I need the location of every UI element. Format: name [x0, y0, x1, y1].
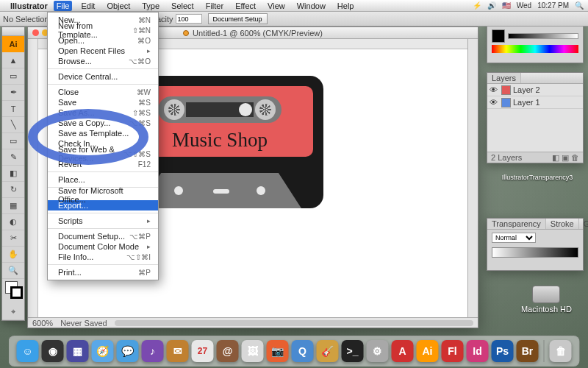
menu-type[interactable]: Type	[139, 1, 162, 11]
dock-addressbook-icon[interactable]: @	[217, 340, 239, 362]
dock-mail-icon[interactable]: ✉	[167, 340, 189, 362]
dock-trash-icon[interactable]: 🗑	[550, 340, 572, 362]
visibility-toggle-icon[interactable]: 👁	[487, 98, 499, 107]
delete-layer-icon[interactable]: 🗑	[571, 153, 579, 162]
type-tool[interactable]: T	[2, 101, 24, 117]
app-name-label[interactable]: Illustrator	[10, 1, 48, 10]
pencil-tool[interactable]: ✎	[2, 149, 24, 166]
dock-flash-icon[interactable]: Fl	[442, 340, 464, 362]
menu-file[interactable]: File	[54, 1, 73, 11]
toolbox-header[interactable]	[2, 27, 24, 36]
file-menu-item[interactable]: Save as Template...	[48, 128, 158, 138]
blend-mode-select[interactable]: Normal	[492, 233, 536, 243]
vertical-scrollbar[interactable]	[467, 39, 478, 317]
pen-tool[interactable]: ✒	[2, 85, 24, 101]
close-window-icon[interactable]	[32, 29, 39, 36]
dock-indesign-icon[interactable]: Id	[467, 340, 489, 362]
dock-photoshop-icon[interactable]: Ps	[492, 340, 514, 362]
toolbox-stroke-swatch[interactable]	[10, 286, 23, 299]
rectangle-tool[interactable]: ▭	[2, 133, 24, 149]
dock-ichat-icon[interactable]: 💬	[117, 340, 139, 362]
transparency-panel[interactable]: Transparency Stroke Gradient Normal	[487, 218, 584, 271]
file-menu-item[interactable]: Device Central...	[48, 71, 158, 82]
menu-filter[interactable]: Filter	[203, 1, 226, 11]
menu-help[interactable]: Help	[334, 1, 357, 11]
file-menu-item[interactable]: Browse...⌥⌘O	[48, 56, 158, 66]
menu-view[interactable]: View	[265, 1, 288, 11]
volume-icon[interactable]: 🔊	[487, 1, 496, 10]
hard-drive-desktop-icon[interactable]: Macintosh HD	[521, 286, 572, 314]
dock-ical-icon[interactable]: 27	[192, 340, 214, 362]
clock-day[interactable]: Wed	[517, 1, 531, 10]
stroke-tab[interactable]: Stroke	[546, 219, 579, 229]
line-tool[interactable]: ╲	[2, 117, 24, 133]
file-menu-item[interactable]: Close⌘W	[48, 87, 158, 97]
visibility-toggle-icon[interactable]: 👁	[487, 85, 499, 94]
menu-window[interactable]: Window	[294, 1, 329, 11]
scale-tool[interactable]: ↻	[2, 182, 24, 198]
fill-stroke-swatches[interactable]	[2, 279, 24, 304]
menu-select[interactable]: Select	[168, 1, 197, 11]
warp-tool[interactable]: ▦	[2, 198, 24, 214]
file-menu-item[interactable]: Document Setup...⌥⌘P	[48, 231, 158, 241]
dock-illustrator-icon[interactable]: Ai	[417, 340, 439, 362]
dock-bridge-icon[interactable]: Br	[517, 340, 539, 362]
menu-effect[interactable]: Effect	[232, 1, 259, 11]
file-menu-item[interactable]: Save a Copy...⌥⌘S	[48, 118, 158, 128]
file-menu-item[interactable]: Open Recent Files	[48, 46, 158, 56]
opacity-input[interactable]	[176, 14, 202, 24]
layers-tab[interactable]: Layers	[487, 73, 521, 83]
menu-object[interactable]: Object	[104, 1, 133, 11]
file-menu-item[interactable]: Scripts	[48, 216, 158, 226]
scissors-tool[interactable]: ✂	[2, 230, 24, 247]
dock-photobooth-icon[interactable]: 📷	[267, 340, 289, 362]
dock-garageband-icon[interactable]: 🎸	[317, 340, 339, 362]
file-menu-item[interactable]: Save⌘S	[48, 97, 158, 107]
rotate-tool[interactable]: ◧	[2, 166, 24, 182]
dock-finder-icon[interactable]: ☺	[17, 340, 39, 362]
gradient-tab[interactable]: Gradient	[579, 219, 588, 229]
dock-sysprefs-icon[interactable]: ⚙	[367, 340, 389, 362]
color-slider[interactable]	[508, 33, 578, 39]
menu-edit[interactable]: Edit	[78, 1, 98, 11]
color-fill-swatch[interactable]	[492, 29, 505, 43]
gradient-tool[interactable]: ◐	[2, 214, 24, 230]
dock-quicktime-icon[interactable]: Q	[292, 340, 314, 362]
dock-dashboard-icon[interactable]: ◉	[42, 340, 64, 362]
dock-itunes-icon[interactable]: ♪	[142, 340, 164, 362]
vertical-ruler[interactable]	[28, 39, 38, 317]
clock-time[interactable]: 10:27 PM	[537, 1, 569, 10]
file-menu-item[interactable]: Save for Web & Devices...⌥⇧⌘S	[48, 149, 158, 159]
transparency-tab[interactable]: Transparency	[487, 219, 546, 229]
new-sublayer-icon[interactable]: ◧	[552, 153, 559, 162]
flag-icon[interactable]: 🇺🇸	[502, 1, 511, 10]
layer-row[interactable]: 👁Layer 1	[487, 96, 583, 109]
document-setup-button[interactable]: Document Setup	[208, 13, 268, 24]
hand-tool[interactable]: ✋	[2, 247, 24, 263]
wifi-icon[interactable]: ⚡	[473, 1, 481, 10]
dock-expose-icon[interactable]: ▦	[67, 340, 89, 362]
dock-safari-icon[interactable]: 🧭	[92, 340, 114, 362]
zoom-level-label[interactable]: 600%	[32, 319, 53, 328]
spotlight-icon[interactable]: 🔍	[575, 1, 584, 10]
direct-selection-tool[interactable]: ▭	[2, 68, 24, 85]
screen-mode-toggle[interactable]: ⌖	[2, 304, 24, 320]
file-menu-item[interactable]: New from Template...⇧⌘N	[48, 25, 158, 35]
horizontal-scrollbar[interactable]	[115, 320, 473, 326]
layers-panel[interactable]: Layers 👁Layer 2👁Layer 1 2 Layers ◧▣🗑	[487, 72, 584, 163]
gradient-preview[interactable]	[492, 247, 578, 258]
new-layer-icon[interactable]: ▣	[562, 153, 569, 162]
file-menu-item[interactable]: Save for Microsoft Office...	[48, 190, 158, 200]
file-menu-item[interactable]: Print...⌘P	[48, 267, 158, 277]
spectrum-ramp[interactable]	[492, 45, 578, 53]
dock-terminal-icon[interactable]: >_	[342, 340, 364, 362]
layer-row[interactable]: 👁Layer 2	[487, 84, 583, 96]
selection-tool[interactable]: ▲	[2, 52, 24, 68]
dock-acrobat-icon[interactable]: A	[392, 340, 414, 362]
zoom-tool[interactable]: 🔍	[2, 263, 24, 279]
dock-preview-icon[interactable]: 🖼	[242, 340, 264, 362]
file-menu-item[interactable]: File Info...⌥⇧⌘I	[48, 252, 158, 262]
file-menu-item[interactable]: Save As...⇧⌘S	[48, 107, 158, 118]
file-menu-item[interactable]: Document Color Mode	[48, 241, 158, 252]
file-menu-item[interactable]: Place...	[48, 174, 158, 185]
